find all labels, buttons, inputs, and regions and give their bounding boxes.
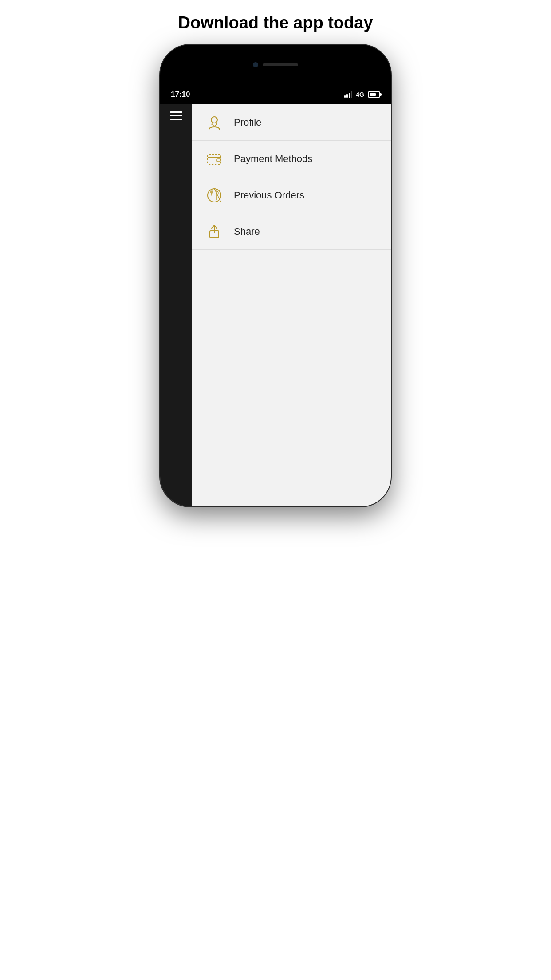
hamburger-line-2	[170, 115, 182, 116]
svg-rect-3	[217, 159, 220, 162]
speaker	[263, 63, 298, 66]
menu-item-payment[interactable]: Payment Methods	[192, 141, 391, 177]
camera	[253, 62, 258, 67]
status-bar: 17:10 4G	[160, 85, 391, 104]
signal-bar-4	[351, 91, 352, 98]
svg-point-4	[208, 189, 221, 202]
menu-item-orders[interactable]: Previous Orders	[192, 177, 391, 213]
orders-label: Previous Orders	[234, 190, 304, 201]
share-label: Share	[234, 226, 260, 237]
payment-icon	[205, 149, 224, 169]
left-panel	[160, 104, 192, 506]
signal-bars	[344, 91, 352, 98]
svg-rect-1	[208, 154, 221, 164]
page-headline: Download the app today	[169, 13, 382, 32]
share-icon	[205, 222, 224, 241]
page-wrapper: Download the app today 17:10 4G	[138, 0, 413, 506]
profile-icon	[205, 113, 224, 132]
signal-bar-1	[344, 95, 346, 98]
menu-item-share[interactable]: Share	[192, 213, 391, 250]
svg-point-0	[211, 117, 217, 123]
payment-label: Payment Methods	[234, 153, 312, 165]
status-time: 17:10	[171, 90, 190, 99]
slide-menu: Profile Payment Methods	[192, 104, 391, 506]
hamburger-button[interactable]	[170, 111, 182, 120]
battery-fill	[370, 93, 376, 96]
signal-bar-3	[349, 93, 350, 98]
orders-icon	[205, 186, 224, 205]
battery-indicator	[368, 91, 380, 98]
notch-area	[160, 45, 391, 85]
screen-content: 00.00 Profile	[160, 104, 391, 506]
menu-item-profile[interactable]: Profile	[192, 104, 391, 141]
hamburger-line-1	[170, 111, 182, 113]
profile-label: Profile	[234, 117, 261, 128]
phone-frame: 17:10 4G	[160, 45, 391, 506]
svg-line-5	[214, 189, 221, 202]
network-type: 4G	[356, 91, 364, 98]
hamburger-line-3	[170, 119, 182, 120]
signal-bar-2	[346, 94, 348, 98]
status-right: 4G	[344, 91, 380, 98]
